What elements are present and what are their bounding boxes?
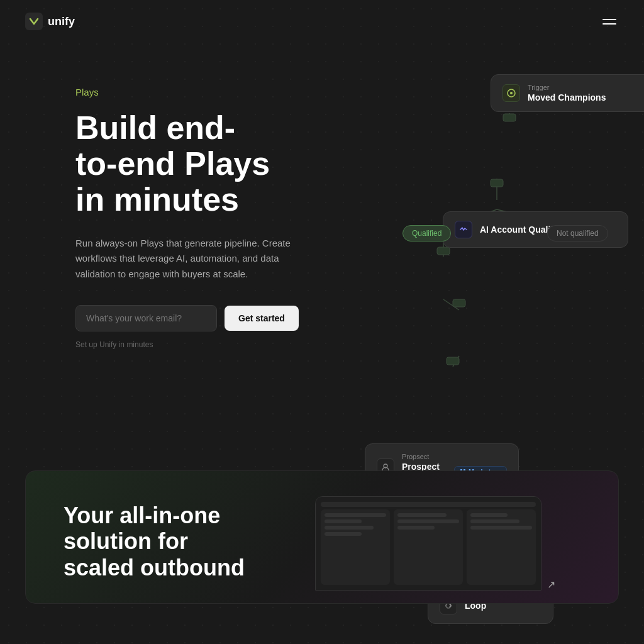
dashboard-preview xyxy=(315,496,541,591)
prospect-label: Propsect xyxy=(402,453,507,460)
email-input[interactable] xyxy=(75,305,217,331)
hero-title-line2: to-end Plays xyxy=(75,145,270,182)
workflow-diagram: Trigger Moved Champions AI Account Quali… xyxy=(365,74,629,401)
db-row xyxy=(470,519,519,523)
svg-point-14 xyxy=(510,92,513,94)
db-row xyxy=(470,513,508,517)
db-col-2 xyxy=(394,509,463,585)
hero-description: Run always-on Plays that generate pipeli… xyxy=(75,236,302,282)
plays-label: Plays xyxy=(75,87,340,97)
hero-left: Plays Build end- to-end Plays in minutes… xyxy=(75,80,340,349)
second-right: ↗ xyxy=(303,502,618,603)
second-left: Your all-in-one solution for scaled outb… xyxy=(64,502,303,580)
second-title: Your all-in-one solution for scaled outb… xyxy=(64,502,303,580)
trigger-title: Moved Champions xyxy=(528,92,606,103)
second-section: Your all-in-one solution for scaled outb… xyxy=(25,470,619,604)
hero-title-line1: Build end- xyxy=(75,109,235,146)
hamburger-menu[interactable] xyxy=(600,16,619,27)
navigation: unify xyxy=(0,0,644,43)
trigger-node: Trigger Moved Champions xyxy=(491,74,644,112)
db-row xyxy=(325,526,374,530)
svg-rect-0 xyxy=(25,13,43,30)
hamburger-line-1 xyxy=(602,19,616,20)
trigger-label: Trigger xyxy=(528,84,606,91)
cursor-arrow: ↗ xyxy=(547,579,555,591)
trigger-icon xyxy=(502,84,520,102)
dashboard-inner xyxy=(316,497,541,590)
svg-line-9 xyxy=(443,299,459,310)
hero-right: Trigger Moved Champions AI Account Quali… xyxy=(365,74,629,401)
db-row xyxy=(325,532,362,536)
logo[interactable]: unify xyxy=(25,13,75,30)
qualified-badge: Qualified xyxy=(402,225,451,242)
db-row xyxy=(470,526,532,530)
second-title-line2: solution for xyxy=(64,528,188,554)
trigger-content: Trigger Moved Champions xyxy=(528,84,606,103)
db-row xyxy=(397,519,459,523)
svg-rect-8 xyxy=(437,247,450,255)
db-row xyxy=(325,513,386,517)
db-content xyxy=(321,509,536,585)
db-row xyxy=(397,513,447,517)
db-bar xyxy=(321,502,536,507)
svg-rect-4 xyxy=(491,179,503,187)
setup-text: Set up Unify in minutes xyxy=(75,340,340,349)
svg-rect-2 xyxy=(503,114,516,121)
hamburger-line-2 xyxy=(602,23,616,25)
svg-rect-12 xyxy=(447,357,459,365)
hero-section: Plays Build end- to-end Plays in minutes… xyxy=(0,43,644,470)
hero-title-line3: in minutes xyxy=(75,181,239,218)
logo-icon xyxy=(25,13,43,30)
svg-rect-10 xyxy=(453,299,465,307)
cta-row: Get started xyxy=(75,305,340,331)
db-row xyxy=(325,519,362,523)
db-col-3 xyxy=(467,509,536,585)
second-title-line1: Your all-in-one xyxy=(64,502,220,528)
second-title-line3: scaled outbound xyxy=(64,555,245,580)
db-col-1 xyxy=(321,509,390,585)
db-row xyxy=(397,526,435,530)
get-started-button[interactable]: Get started xyxy=(225,306,299,331)
ai-icon xyxy=(455,221,472,238)
svg-line-11 xyxy=(453,356,459,367)
hero-title: Build end- to-end Plays in minutes xyxy=(75,110,340,218)
not-qualified-badge: Not qualified xyxy=(547,225,608,242)
logo-text: unify xyxy=(48,15,75,28)
